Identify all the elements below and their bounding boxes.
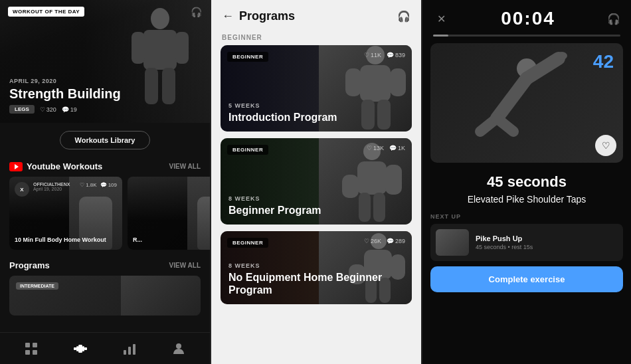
card2-content: 8 WEEKS Beginner Program bbox=[228, 195, 321, 217]
exercise-video-area: 42 ♡ bbox=[430, 43, 623, 163]
hero-section: WORKOUT OF THE DAY 🎧 APRIL 29, 2020 Stre… bbox=[0, 0, 210, 123]
hero-date: APRIL 29, 2020 bbox=[9, 78, 121, 84]
nav-profile[interactable] bbox=[165, 335, 192, 362]
back-button[interactable]: ← Programs bbox=[222, 9, 295, 23]
card3-content: 8 WEEKS No Equipment Home Beginner Progr… bbox=[228, 262, 412, 296]
svg-line-38 bbox=[497, 78, 527, 118]
exercise-info: 45 seconds Elevated Pike Shoulder Taps bbox=[422, 167, 631, 209]
svg-rect-23 bbox=[361, 100, 375, 130]
card3-likes: ♡ 26K bbox=[364, 238, 381, 244]
panel-programs: ← Programs 🎧 BEGINNER BEGINNER ♡ 11K � bbox=[211, 0, 421, 364]
complete-exercise-button[interactable]: Complete exercise bbox=[430, 266, 623, 292]
next-up-card: Pike Push Up 45 seconds • rest 15s bbox=[430, 224, 623, 261]
youtube-view-all[interactable]: VIEW ALL bbox=[169, 163, 201, 170]
progress-bar-container bbox=[422, 32, 631, 39]
programs-label: Programs bbox=[9, 260, 50, 270]
video-likes: ♡ 1.8K bbox=[80, 182, 96, 188]
svg-rect-15 bbox=[124, 350, 126, 355]
nav-stats[interactable] bbox=[116, 335, 143, 362]
svg-rect-11 bbox=[76, 346, 78, 351]
video2-title: R... bbox=[133, 236, 210, 244]
svg-point-0 bbox=[151, 8, 169, 29]
exercise-header: ✕ 00:04 🎧 bbox=[422, 0, 631, 32]
svg-rect-5 bbox=[162, 68, 175, 104]
svg-rect-7 bbox=[33, 343, 37, 347]
card1-stats: ♡ 11K 💬 839 bbox=[364, 52, 405, 58]
next-up-thumbnail bbox=[436, 229, 469, 256]
exercise-duration: 45 seconds bbox=[433, 173, 620, 191]
card1-badge: BEGINNER bbox=[227, 52, 268, 62]
card1-comments: 💬 839 bbox=[387, 52, 405, 58]
yt-card-info: OFFICIALTHENX April 19, 2020 bbox=[33, 182, 70, 191]
hero-title: Strength Building bbox=[9, 86, 121, 101]
programs-title: Programs bbox=[9, 260, 50, 270]
video-comments: 💬 109 bbox=[100, 182, 117, 188]
svg-rect-30 bbox=[373, 193, 385, 222]
youtube-card-1[interactable]: X OFFICIALTHENX April 19, 2020 ♡ 1.8K 💬 … bbox=[9, 177, 122, 250]
youtube-card-2[interactable]: R... bbox=[128, 177, 210, 250]
card1-likes: ♡ 11K bbox=[364, 52, 381, 58]
muscle-tag: LEGS bbox=[9, 105, 35, 114]
card3-weeks: 8 WEEKS bbox=[228, 262, 412, 269]
svg-rect-4 bbox=[145, 68, 158, 104]
svg-rect-8 bbox=[25, 350, 30, 355]
video-title: 10 Min Full Body Home Workout bbox=[15, 236, 117, 244]
bottom-nav bbox=[0, 332, 210, 364]
comment-stat: 💬 19 bbox=[62, 106, 77, 113]
intermediate-badge: INTERMEDIATE bbox=[16, 282, 58, 290]
card1-content: 5 WEEKS Introduction Program bbox=[228, 102, 337, 124]
close-button[interactable]: ✕ bbox=[433, 11, 449, 27]
next-up-section: NEXT UP Pike Push Up 45 seconds • rest 1… bbox=[430, 213, 623, 261]
svg-rect-24 bbox=[377, 100, 391, 130]
svg-rect-16 bbox=[128, 347, 131, 355]
svg-rect-6 bbox=[25, 343, 30, 347]
exercise-timer: 00:04 bbox=[501, 8, 555, 29]
panel-exercise: ✕ 00:04 🎧 42 ♡ 45 s bbox=[422, 0, 631, 364]
svg-rect-13 bbox=[84, 347, 87, 350]
svg-rect-21 bbox=[345, 68, 361, 96]
card2-stats: ♡ 13K 💬 1K bbox=[367, 145, 405, 151]
svg-rect-14 bbox=[78, 345, 82, 353]
like-stat: ♡ 320 bbox=[40, 106, 56, 113]
video-date: April 19, 2020 bbox=[33, 187, 70, 191]
nav-workouts[interactable] bbox=[67, 335, 94, 362]
hero-stats: ♡ 320 💬 19 bbox=[40, 106, 77, 113]
card2-badge: BEGINNER bbox=[227, 145, 268, 155]
next-up-label: NEXT UP bbox=[430, 213, 623, 220]
svg-rect-20 bbox=[360, 65, 391, 102]
channel-logo: X bbox=[15, 182, 29, 197]
card3-comments: 💬 289 bbox=[387, 238, 405, 244]
programs-headphone-icon: 🎧 bbox=[397, 10, 410, 23]
beginner-section-label: BEGINNER bbox=[211, 29, 421, 45]
youtube-icon bbox=[9, 162, 23, 171]
card2-weeks: 8 WEEKS bbox=[228, 195, 321, 202]
programs-header: ← Programs 🎧 bbox=[211, 0, 421, 29]
programs-section-header: Programs VIEW ALL bbox=[0, 256, 210, 276]
hero-person-visual bbox=[124, 7, 197, 120]
youtube-scroll-row: X OFFICIALTHENX April 19, 2020 ♡ 1.8K 💬 … bbox=[0, 177, 210, 250]
programs-page-title: Programs bbox=[239, 9, 295, 23]
thumb-figure bbox=[436, 229, 469, 256]
exercise-headphone-icon: 🎧 bbox=[607, 13, 620, 25]
programs-view-all[interactable]: VIEW ALL bbox=[169, 262, 201, 269]
svg-rect-10 bbox=[74, 347, 76, 350]
svg-point-18 bbox=[176, 343, 181, 349]
program-card-no-equipment[interactable]: BEGINNER ♡ 26K 💬 289 8 WEEKS No Equipmen… bbox=[221, 231, 412, 304]
svg-line-41 bbox=[497, 118, 513, 132]
program-card-beginner[interactable]: BEGINNER ♡ 13K 💬 1K 8 WEEKS Beginner Pro… bbox=[221, 138, 412, 225]
program-card-introduction[interactable]: BEGINNER ♡ 11K 💬 839 5 WEEKS Introductio… bbox=[221, 45, 412, 132]
svg-rect-26 bbox=[357, 161, 387, 195]
card1-weeks: 5 WEEKS bbox=[228, 102, 337, 109]
favorite-button[interactable]: ♡ bbox=[595, 135, 616, 156]
next-exercise-subtitle: 45 seconds • rest 15s bbox=[476, 244, 618, 250]
hero-tags: LEGS ♡ 320 💬 19 bbox=[9, 105, 121, 114]
programs-preview-card[interactable]: INTERMEDIATE bbox=[9, 276, 201, 316]
programs-preview-visual bbox=[121, 276, 201, 316]
svg-rect-22 bbox=[390, 68, 406, 96]
nav-home[interactable] bbox=[18, 335, 45, 362]
headphone-icon: 🎧 bbox=[191, 7, 202, 17]
next-up-info: Pike Push Up 45 seconds • rest 15s bbox=[476, 234, 618, 250]
card3-stats: ♡ 26K 💬 289 bbox=[364, 238, 405, 244]
progress-fill bbox=[433, 35, 448, 37]
workouts-library-button[interactable]: Workouts Library bbox=[60, 131, 151, 149]
